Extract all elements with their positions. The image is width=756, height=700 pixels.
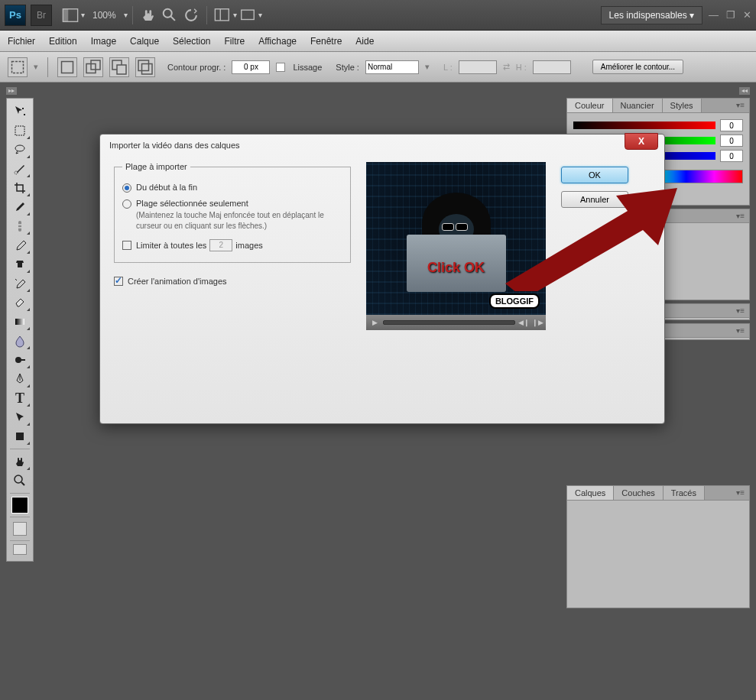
green-value[interactable]: 0 — [720, 134, 743, 147]
selection-subtract-icon[interactable] — [109, 57, 129, 77]
feather-input[interactable] — [232, 60, 270, 74]
layers-panel-menu-icon[interactable]: ▾≡ — [732, 486, 749, 500]
create-animation-checkbox[interactable] — [114, 277, 123, 286]
workspace-switcher[interactable]: Les indispensables ▾ — [601, 6, 702, 24]
tool-options-bar: ▾ Contour progr. : Lissage Style : ▾ L :… — [0, 52, 756, 83]
quick-mask-icon[interactable] — [13, 522, 27, 536]
gradient-tool-icon[interactable] — [9, 313, 31, 331]
tab-traces[interactable]: Tracés — [664, 486, 705, 500]
red-value[interactable]: 0 — [720, 119, 743, 131]
svg-point-20 — [15, 357, 21, 363]
healing-brush-tool-icon[interactable] — [9, 217, 31, 235]
svg-rect-14 — [142, 63, 153, 74]
svg-point-2 — [163, 8, 171, 17]
limit-frames-checkbox[interactable] — [122, 241, 131, 250]
ok-button[interactable]: OK — [561, 167, 628, 183]
tab-calques[interactable]: Calques — [567, 486, 614, 500]
foreground-color-swatch[interactable] — [11, 497, 28, 514]
view-extras-icon[interactable] — [62, 7, 79, 24]
blur-tool-icon[interactable] — [9, 332, 31, 350]
eyedropper-tool-icon[interactable] — [9, 198, 31, 216]
type-tool-icon[interactable]: T — [9, 389, 31, 407]
zoom-tool-panel-icon[interactable] — [9, 472, 31, 490]
style-select[interactable] — [365, 60, 419, 74]
dodge-tool-icon[interactable] — [9, 351, 31, 369]
tab-couleur[interactable]: Couleur — [567, 99, 613, 112]
zoom-level[interactable]: 100% — [92, 10, 116, 21]
antialias-checkbox[interactable] — [276, 63, 285, 72]
limit-frames-label-post: images — [235, 241, 262, 250]
menu-calque[interactable]: Calque — [130, 36, 159, 47]
eraser-tool-icon[interactable] — [9, 293, 31, 312]
menu-fichier[interactable]: Fichier — [8, 36, 35, 47]
screen-mode-toggle-icon[interactable] — [13, 544, 27, 555]
red-slider[interactable] — [573, 122, 715, 129]
menu-image[interactable]: Image — [91, 36, 116, 47]
screen-mode-icon[interactable] — [239, 7, 256, 24]
menu-fenetre[interactable]: Fenêtre — [310, 36, 342, 47]
tab-nuancier[interactable]: Nuancier — [613, 99, 663, 112]
blue-value[interactable]: 0 — [720, 150, 743, 162]
marquee-tool-icon[interactable] — [9, 122, 31, 140]
selection-add-icon[interactable] — [83, 57, 103, 77]
radio-from-beginning[interactable] — [122, 183, 131, 193]
tab-styles[interactable]: Styles — [663, 99, 702, 112]
restore-button[interactable]: ❐ — [726, 9, 735, 21]
cancel-button[interactable]: Annuler — [561, 191, 628, 208]
step-back-icon[interactable]: ◀❙ — [518, 317, 529, 328]
range-fieldset: Plage à importer Du début à la fin Plage… — [114, 162, 351, 263]
hand-tool-icon[interactable] — [140, 7, 157, 24]
limit-frames-label-pre: Limiter à toutes les — [136, 241, 206, 250]
app-top-bar: Ps Br ▾ 100% ▾ ▾ ▾ Les indispensables ▾ … — [0, 0, 756, 31]
dialog-titlebar[interactable]: Importer la vidéo dans des calques X — [100, 134, 664, 156]
shape-tool-icon[interactable] — [9, 427, 31, 446]
import-video-dialog: Importer la vidéo dans des calques X Pla… — [99, 134, 665, 424]
svg-rect-12 — [117, 65, 126, 74]
color-panel-menu-icon[interactable]: ▾≡ — [732, 99, 749, 112]
current-tool-preset-icon[interactable] — [8, 57, 28, 77]
rotate-view-icon[interactable] — [183, 7, 200, 24]
video-track[interactable] — [383, 320, 515, 325]
zoom-tool-icon[interactable] — [161, 7, 178, 24]
menu-affichage[interactable]: Affichage — [258, 36, 297, 47]
window-controls: — ❐ ✕ — [709, 9, 751, 21]
video-scrubber[interactable]: ▶ ◀❙ ❙▶ — [366, 315, 546, 330]
adjust-panel-menu-icon[interactable]: ▾≡ — [732, 209, 749, 222]
width-input — [459, 60, 497, 74]
expand-tools-tab[interactable]: ▸▸ — [6, 87, 17, 95]
collapsed-panel-1-menu-icon[interactable]: ▾≡ — [732, 304, 749, 317]
crop-tool-icon[interactable] — [9, 179, 31, 197]
menu-selection[interactable]: Sélection — [173, 36, 210, 47]
hand-tool-panel-icon[interactable] — [9, 452, 31, 471]
path-selection-tool-icon[interactable] — [9, 408, 31, 426]
quick-selection-tool-icon[interactable] — [9, 160, 31, 178]
refine-edge-button[interactable]: Améliorer le contour... — [592, 60, 683, 74]
radio-selected-range[interactable] — [122, 199, 131, 209]
photoshop-logo-icon: Ps — [5, 5, 26, 26]
play-button-icon[interactable]: ▶ — [369, 317, 380, 328]
svg-rect-1 — [63, 8, 68, 21]
history-brush-tool-icon[interactable] — [9, 274, 31, 293]
step-forward-icon[interactable]: ❙▶ — [532, 317, 543, 328]
dialog-close-button[interactable]: X — [625, 133, 658, 150]
collapsed-panel-2-menu-icon[interactable]: ▾≡ — [732, 324, 749, 337]
minimize-button[interactable]: — — [709, 9, 719, 21]
clone-stamp-tool-icon[interactable] — [9, 255, 31, 274]
expand-panels-tab[interactable]: ◂◂ — [739, 87, 750, 95]
arrange-documents-icon[interactable] — [214, 7, 231, 24]
brush-tool-icon[interactable] — [9, 236, 31, 254]
selection-new-icon[interactable] — [57, 57, 77, 77]
menu-aide[interactable]: Aide — [355, 36, 374, 47]
close-button[interactable]: ✕ — [743, 9, 751, 21]
tab-couches[interactable]: Couches — [614, 486, 663, 500]
svg-rect-6 — [241, 10, 254, 19]
lasso-tool-icon[interactable] — [9, 141, 31, 159]
pen-tool-icon[interactable] — [9, 370, 31, 388]
bridge-logo-icon[interactable]: Br — [31, 5, 52, 26]
menu-edition[interactable]: Edition — [49, 36, 77, 47]
menu-filtre[interactable]: Filtre — [224, 36, 245, 47]
move-tool-icon[interactable] — [9, 102, 31, 121]
selection-intersect-icon[interactable] — [135, 57, 155, 77]
dialog-title: Importer la vidéo dans des calques — [109, 141, 240, 150]
main-menu-bar: Fichier Edition Image Calque Sélection F… — [0, 31, 756, 52]
